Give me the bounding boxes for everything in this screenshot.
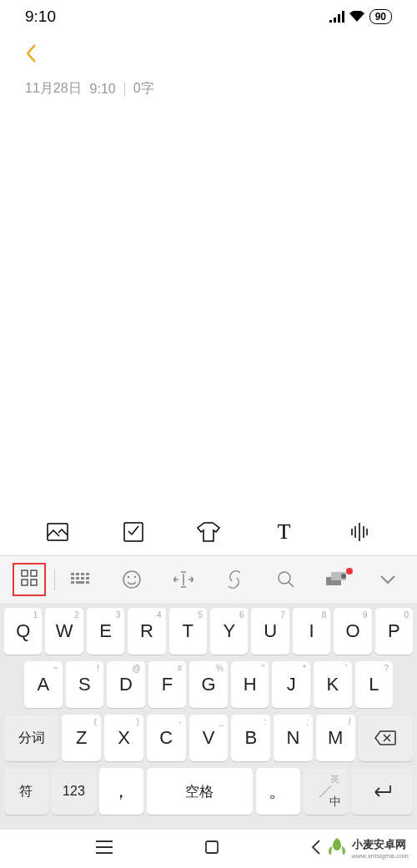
key-J[interactable]: *J <box>272 661 310 708</box>
insert-image-button[interactable] <box>46 520 69 544</box>
symbol-key[interactable]: 符 <box>4 768 48 815</box>
keyboard-toolbar <box>0 556 417 603</box>
grid-menu-button[interactable] <box>3 564 54 595</box>
svg-point-19 <box>134 576 136 578</box>
svg-rect-16 <box>86 581 89 584</box>
note-date: 11月28日 <box>25 80 82 98</box>
key-K[interactable]: 'K <box>314 661 352 708</box>
space-key[interactable]: 空格 <box>147 768 253 815</box>
notification-dot <box>346 568 353 574</box>
watermark: 小麦安卓网 www.xmsigma.com <box>325 836 409 860</box>
svg-rect-15 <box>76 581 84 584</box>
status-time: 9:10 <box>25 8 56 26</box>
key-O[interactable]: 9O <box>334 608 371 655</box>
translate-button[interactable] <box>311 564 362 595</box>
voice-input-button[interactable] <box>348 520 371 544</box>
svg-rect-3 <box>31 570 37 576</box>
svg-rect-6 <box>71 573 74 575</box>
svg-rect-14 <box>71 581 74 584</box>
key-I[interactable]: 8I <box>293 608 330 655</box>
home-button[interactable] <box>205 840 219 857</box>
svg-rect-24 <box>206 841 218 853</box>
svg-rect-4 <box>22 580 28 585</box>
svg-rect-13 <box>86 577 89 580</box>
key-Z[interactable]: (Z <box>62 715 101 761</box>
key-R[interactable]: 4R <box>128 608 165 655</box>
watermark-url: www.xmsigma.com <box>352 852 409 860</box>
recent-apps-button[interactable] <box>96 840 113 857</box>
svg-rect-2 <box>22 570 28 576</box>
text-format-button[interactable]: T <box>272 520 295 544</box>
key-M[interactable]: /M <box>316 715 355 761</box>
key-B[interactable]: :B <box>231 715 270 761</box>
status-icons: 90 <box>329 9 392 24</box>
period-key[interactable]: 。 <box>256 768 300 815</box>
soft-keyboard: 1Q2W3E4R5T6Y7U8I9O0P ~A!S@D#F%G"H*J'K?L … <box>0 603 417 830</box>
comma-key[interactable]: ， <box>99 768 143 815</box>
note-content-area[interactable] <box>0 111 417 509</box>
key-E[interactable]: 3E <box>87 608 124 655</box>
note-char-count: 0字 <box>133 80 154 98</box>
note-toolbar: T <box>0 509 417 555</box>
key-V[interactable]: _V <box>189 715 229 761</box>
segment-key[interactable]: 分词 <box>4 715 58 761</box>
key-C[interactable]: -C <box>147 715 186 761</box>
svg-rect-5 <box>31 580 37 585</box>
key-Q[interactable]: 1Q <box>4 608 42 655</box>
key-G[interactable]: %G <box>189 661 228 708</box>
number-key[interactable]: 123 <box>52 768 96 815</box>
collapse-keyboard-button[interactable] <box>363 564 414 595</box>
svg-point-23 <box>341 574 346 579</box>
signal-icon <box>329 11 344 23</box>
svg-point-20 <box>279 572 290 584</box>
key-W[interactable]: 2W <box>45 608 83 655</box>
keyboard-layout-button[interactable] <box>55 564 106 595</box>
note-time: 9:10 <box>90 82 116 97</box>
key-U[interactable]: 7U <box>251 608 289 655</box>
svg-rect-10 <box>71 577 74 580</box>
svg-rect-11 <box>76 577 79 580</box>
key-L[interactable]: ?L <box>355 661 394 708</box>
key-Y[interactable]: 6Y <box>210 608 248 655</box>
clipboard-button[interactable] <box>209 564 260 595</box>
emoji-button[interactable] <box>107 564 158 595</box>
key-A[interactable]: ~A <box>24 661 63 708</box>
insert-checkbox-button[interactable] <box>122 520 145 544</box>
key-F[interactable]: #F <box>148 661 187 708</box>
note-metadata: 11月28日 9:10 0字 <box>0 67 417 111</box>
watermark-name: 小麦安卓网 <box>352 837 409 852</box>
theme-button[interactable] <box>197 520 220 544</box>
key-S[interactable]: !S <box>66 661 104 708</box>
nav-back-button[interactable] <box>311 840 321 858</box>
search-button[interactable] <box>260 564 311 595</box>
key-T[interactable]: 5T <box>169 608 207 655</box>
svg-rect-9 <box>86 573 89 575</box>
back-button[interactable] <box>25 43 392 67</box>
battery-indicator: 90 <box>369 9 392 24</box>
key-H[interactable]: "H <box>231 661 269 708</box>
cursor-move-button[interactable] <box>158 564 208 595</box>
watermark-logo-icon <box>325 836 349 860</box>
svg-rect-8 <box>81 573 84 575</box>
svg-rect-7 <box>76 573 79 575</box>
backspace-key[interactable] <box>359 715 413 761</box>
key-P[interactable]: 0P <box>375 608 413 655</box>
svg-point-18 <box>128 576 129 578</box>
key-N[interactable]: ;N <box>274 715 313 761</box>
enter-key[interactable] <box>351 768 413 815</box>
key-X[interactable]: )X <box>104 715 143 761</box>
svg-rect-12 <box>81 577 84 580</box>
key-D[interactable]: @D <box>107 661 145 708</box>
wifi-icon <box>349 11 364 23</box>
language-switch-key[interactable]: 英中 <box>304 768 348 815</box>
svg-point-17 <box>123 571 140 588</box>
